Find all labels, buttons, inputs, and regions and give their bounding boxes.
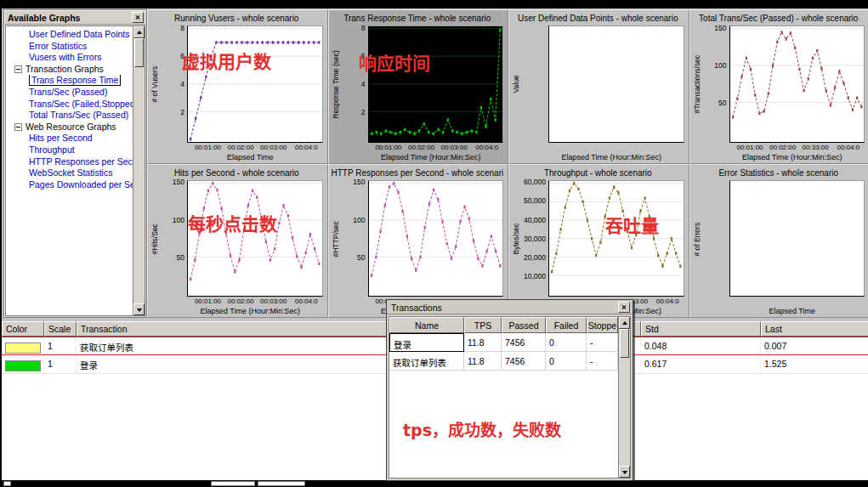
- column-header-tps[interactable]: TPS: [464, 317, 502, 333]
- cell-stopped: -: [587, 333, 618, 352]
- chart-panel-4[interactable]: Total Trans/Sec (Passed) - whole scenari…: [689, 9, 868, 164]
- axis-tick-label: 00:02:00: [228, 144, 254, 151]
- axis-tick-label: 00:02:00: [769, 144, 796, 151]
- axis-tick-label: 00:03:00: [441, 144, 468, 151]
- axis-tick-label: 00:01:00: [736, 144, 763, 151]
- cell-tps: 11.8: [464, 333, 502, 352]
- column-header-name[interactable]: Name: [389, 317, 464, 333]
- tree-item-total-trans-sec-passed[interactable]: Total Trans/Sec (Passed): [10, 110, 133, 122]
- cell-name[interactable]: 登录: [389, 333, 464, 352]
- collapse-icon[interactable]: [14, 65, 22, 73]
- axis-tick-label: 00:02:00: [228, 297, 254, 305]
- tree-item-vusers-with-errors[interactable]: Vusers with Errors: [10, 52, 133, 64]
- available-graphs-header: Available Graphs: [4, 10, 146, 25]
- axis-tick-label: 00:04:0: [295, 297, 318, 305]
- chart-panel-5[interactable]: Hits per Second - whole scenario#Hits/Se…: [147, 164, 328, 319]
- chart-title: Trans Response Time - whole scenario: [332, 12, 504, 25]
- cell-std: 0.617: [641, 355, 761, 373]
- scroll-thumb[interactable]: [620, 329, 629, 358]
- close-icon[interactable]: [132, 12, 144, 23]
- tree-item-pages-downloaded-per-second[interactable]: Pages Downloaded per Second: [10, 179, 133, 191]
- scroll-up-icon[interactable]: [619, 317, 630, 329]
- dialog-scrollbar[interactable]: [618, 317, 630, 478]
- scroll-down-icon[interactable]: [133, 303, 145, 315]
- close-icon[interactable]: [618, 302, 630, 313]
- column-header-scale[interactable]: Scale: [44, 321, 77, 337]
- plot-area: [548, 180, 684, 297]
- tree-item-hits-per-second[interactable]: Hits per Second: [10, 133, 133, 144]
- axis-tick-label: 00:02:00: [408, 144, 434, 151]
- axis-tick-label: 60,000: [524, 178, 546, 186]
- plot-area: [548, 25, 684, 143]
- x-axis-ticks: [730, 297, 864, 306]
- scroll-down-icon[interactable]: [619, 466, 630, 478]
- taskbar-segment[interactable]: [258, 481, 305, 486]
- axis-tick-label: 40,000: [524, 216, 546, 224]
- tree-item-error-statistics[interactable]: Error Statistics: [10, 41, 133, 53]
- y-axis-label: #HTTP/sec: [332, 180, 341, 298]
- axis-tick-label: 8: [180, 24, 184, 32]
- chart-panel-6[interactable]: HTTP Responses per Second - whole scenar…: [328, 164, 509, 319]
- dialog-body: Name TPS Passed Failed Stoppe 登录 11.8 74…: [389, 316, 631, 479]
- axis-tick-label: 150: [353, 178, 365, 186]
- y-axis-ticks: [521, 25, 548, 144]
- tree-item-label: User Defined Data Points: [29, 29, 129, 39]
- column-header-last[interactable]: Last: [761, 321, 868, 337]
- taskbar-segment[interactable]: [211, 481, 255, 486]
- y-axis-ticks: 2468: [341, 25, 368, 144]
- tree-item-trans-sec-passed[interactable]: Trans/Sec (Passed): [10, 87, 133, 99]
- loadrunner-analysis-window: Available Graphs User Defined Data Point…: [0, 0, 868, 487]
- x-axis-ticks: 00:01:0000:02:0000:33:0000:04:0: [730, 144, 864, 152]
- axis-tick-label: 50: [357, 253, 365, 262]
- dialog-titlebar[interactable]: Transactions: [387, 300, 633, 314]
- column-header-passed[interactable]: Passed: [502, 317, 546, 333]
- axis-tick-label: 00:01:00: [375, 144, 401, 151]
- axis-tick-label: 100: [353, 216, 365, 224]
- chart-panel-1[interactable]: Running Vusers - whole scenario# of Vuse…: [147, 9, 328, 164]
- tree-item-label: Transaction Graphs: [26, 64, 104, 74]
- axis-tick-label: 150: [714, 24, 726, 32]
- tree-item-trans-sec-failed-stopped[interactable]: Trans/Sec (Failed,Stopped): [10, 99, 133, 110]
- tree-item-websocket-statistics[interactable]: WebSocket Statistics: [10, 167, 133, 179]
- cell-failed: 0: [546, 333, 587, 352]
- chart-panel-2[interactable]: Trans Response Time - whole scenarioResp…: [328, 9, 509, 164]
- table-row[interactable]: 获取订单列表 11.8 7456 0 -: [389, 352, 618, 371]
- chart-panel-7[interactable]: Throughput - whole scenarioBytes/sec10,0…: [508, 164, 689, 319]
- axis-tick-label: 100: [173, 216, 184, 224]
- transactions-dialog[interactable]: Transactions Name TPS Passed Failed Stop…: [386, 299, 633, 481]
- chart-panel-8[interactable]: Error Statistics - whole scenario# of Er…: [689, 164, 868, 319]
- tree-scrollbar[interactable]: [133, 26, 145, 315]
- plot-area: [187, 180, 323, 297]
- column-header-stopped[interactable]: Stoppe: [587, 317, 618, 333]
- tree-item-trans-response-time[interactable]: Trans Response Time: [10, 75, 133, 87]
- axis-tick-label: 50: [177, 253, 184, 262]
- column-header-std[interactable]: Std: [641, 321, 761, 337]
- tree-item-label: Trans/Sec (Failed,Stopped): [29, 99, 133, 109]
- tree-item-label: WebSocket Statistics: [29, 167, 112, 178]
- collapse-icon[interactable]: [14, 123, 22, 131]
- column-header-color[interactable]: Color: [2, 321, 44, 337]
- scroll-thumb[interactable]: [134, 38, 144, 67]
- taskbar-segment[interactable]: [3, 481, 11, 486]
- tree-item-http-responses-per-second[interactable]: HTTP Responses per Second: [10, 156, 133, 168]
- cell-last: 1.525: [761, 355, 868, 373]
- tree-item-label: Total Trans/Sec (Passed): [29, 110, 128, 120]
- axis-tick-label: 00:04:0: [837, 144, 859, 151]
- y-axis-label: # of Errors: [693, 180, 702, 298]
- column-header-failed[interactable]: Failed: [546, 317, 587, 333]
- y-axis-label: Bytes/sec: [512, 180, 521, 298]
- tree-item-user-defined-data-points[interactable]: User Defined Data Points: [10, 29, 133, 41]
- chart-title: Running Vusers - whole scenario: [150, 12, 323, 25]
- x-axis-label: Elapsed Time (Hour:Min:Sec): [178, 306, 323, 316]
- cell-tps: 11.8: [464, 352, 502, 371]
- tree-item-throughput[interactable]: Throughput: [10, 144, 133, 156]
- table-row[interactable]: 登录 11.8 7456 0 -: [389, 333, 618, 352]
- chart-panel-3[interactable]: User Defined Data Points - whole scenari…: [508, 9, 689, 164]
- tree-item-web-resource-graphs[interactable]: Web Resource Graphs: [10, 122, 133, 133]
- tree-item-transaction-graphs[interactable]: Transaction Graphs: [10, 64, 133, 76]
- scroll-up-icon[interactable]: [133, 26, 145, 38]
- y-axis-label: Response Time (sec): [332, 25, 341, 144]
- cell-name[interactable]: 获取订单列表: [389, 352, 464, 371]
- axis-tick-label: 00:03:00: [260, 297, 286, 305]
- tree-item-label: Trans/Sec (Passed): [29, 87, 107, 97]
